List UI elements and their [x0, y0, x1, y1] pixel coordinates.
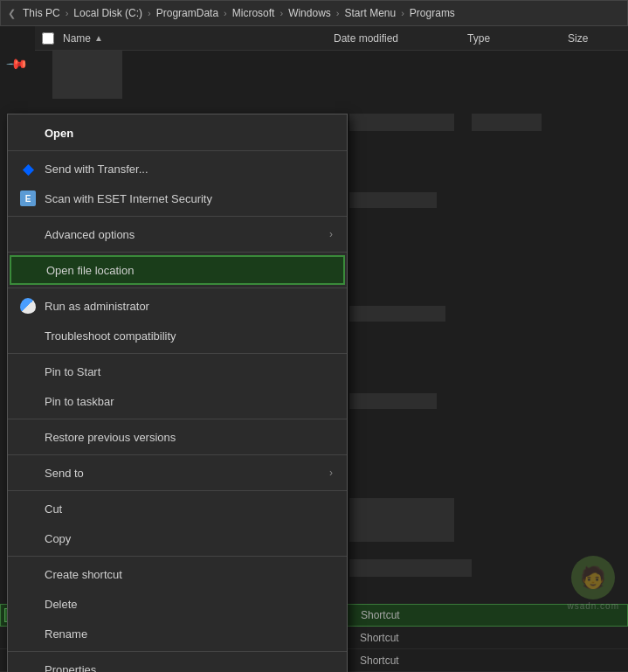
col-header-date[interactable]: Date modified: [327, 32, 460, 45]
breadcrumb-startmenu[interactable]: Start Menu: [344, 7, 396, 19]
menu-item-open-file-location[interactable]: Open file location: [10, 255, 345, 285]
menu-item-troubleshoot[interactable]: Troubleshoot compatibility: [8, 321, 347, 350]
menu-item-copy[interactable]: Copy: [8, 523, 347, 553]
menu-item-scan-eset[interactable]: E Scan with ESET Internet Security: [8, 184, 347, 213]
menu-item-delete[interactable]: Delete: [8, 589, 347, 619]
context-menu: Open ◆ Send with Transfer... E Scan with…: [7, 114, 348, 672]
menu-label-run-admin: Run as administrator: [45, 300, 333, 313]
send-to-arrow-icon: ›: [329, 467, 333, 479]
rename-icon: [18, 624, 38, 643]
pin-taskbar-icon: [18, 391, 38, 411]
send-to-icon: [18, 463, 38, 482]
menu-label-copy: Copy: [45, 532, 333, 545]
menu-label-open: Open: [45, 127, 333, 140]
divider-10: [8, 651, 347, 652]
divider-8: [8, 490, 347, 491]
menu-item-pin-taskbar[interactable]: Pin to taskbar: [8, 386, 347, 416]
eset-icon: E: [18, 189, 38, 208]
ppt-type: Shortcut: [360, 632, 447, 644]
watermark-figure: 🧑: [571, 556, 615, 599]
back-arrow: ❮: [8, 8, 16, 19]
bg-blur-4: [349, 306, 445, 322]
breadcrumb-microsoft[interactable]: Microsoft: [232, 7, 275, 19]
sort-arrow: ▲: [94, 33, 103, 43]
divider-4: [8, 288, 347, 288]
shortcut-icon: [18, 565, 38, 584]
bg-blur-7: [349, 559, 472, 577]
pin-icon[interactable]: 📌: [0, 51, 35, 77]
select-all-checkbox[interactable]: [42, 32, 54, 45]
divider-2: [8, 216, 347, 217]
menu-item-pin-start[interactable]: Pin to Start: [8, 357, 347, 386]
bg-blur-3: [349, 192, 437, 208]
folder-icon: [20, 260, 39, 280]
menu-label-send-transfer: Send with Transfer...: [45, 163, 333, 176]
breadcrumb-windows[interactable]: Windows: [288, 7, 331, 19]
breadcrumb-thispc[interactable]: This PC: [23, 7, 60, 19]
menu-item-open[interactable]: Open: [8, 118, 347, 148]
menu-label-scan-eset: Scan with ESET Internet Security: [45, 192, 333, 205]
menu-item-send-to[interactable]: Send to ›: [8, 458, 347, 488]
pin-start-icon: [18, 362, 38, 381]
menu-label-properties: Properties: [45, 663, 333, 673]
menu-item-create-shortcut[interactable]: Create shortcut: [8, 559, 347, 589]
col-header-type[interactable]: Type: [460, 32, 561, 45]
menu-item-cut[interactable]: Cut: [8, 494, 347, 523]
menu-item-advanced-options[interactable]: Advanced options ›: [8, 219, 347, 249]
divider-7: [8, 454, 347, 455]
menu-item-send-transfer[interactable]: ◆ Send with Transfer...: [8, 154, 347, 184]
bg-blur-6: [349, 498, 454, 542]
uac-icon: [18, 296, 38, 315]
outlook-type: Shortcut: [361, 609, 448, 621]
restore-icon: [18, 427, 38, 447]
menu-item-restore-versions[interactable]: Restore previous versions: [8, 422, 347, 452]
breadcrumb-localdisk[interactable]: Local Disk (C:): [73, 7, 142, 19]
menu-label-delete: Delete: [45, 598, 333, 611]
menu-label-troubleshoot: Troubleshoot compatibility: [45, 329, 333, 343]
delete-icon: [18, 594, 38, 613]
dropbox-icon: ◆: [18, 159, 38, 178]
cut-icon: [18, 499, 38, 518]
divider-1: [8, 150, 347, 151]
col-header-name[interactable]: Name ▲: [35, 32, 327, 45]
bg-blur-2: [472, 114, 542, 131]
open-icon: [18, 123, 38, 142]
copy-icon: [18, 529, 38, 548]
menu-label-pin-start: Pin to Start: [45, 365, 333, 378]
watermark-text: wsadn.com: [567, 601, 619, 611]
menu-item-properties[interactable]: Properties: [8, 655, 347, 672]
menu-label-open-file-location: Open file location: [46, 264, 331, 277]
divider-9: [8, 556, 347, 557]
menu-label-restore-versions: Restore previous versions: [45, 431, 333, 444]
breadcrumb-programdata[interactable]: ProgramData: [156, 7, 218, 19]
divider-5: [8, 353, 347, 354]
menu-label-advanced: Advanced options: [45, 228, 329, 241]
bg-blur-1: [349, 114, 454, 131]
advanced-icon: [18, 225, 38, 244]
address-bar[interactable]: ❮ This PC › Local Disk (C:) › ProgramDat…: [0, 0, 628, 26]
menu-label-rename: Rename: [45, 627, 333, 641]
menu-label-create-shortcut: Create shortcut: [45, 568, 333, 581]
menu-label-pin-taskbar: Pin to taskbar: [45, 395, 333, 408]
divider-3: [8, 252, 347, 253]
breadcrumb-programs[interactable]: Programs: [410, 7, 455, 19]
properties-icon: [18, 660, 38, 672]
menu-label-send-to: Send to: [45, 467, 329, 480]
pub-type: Shortcut: [360, 655, 447, 667]
col-header-size[interactable]: Size: [561, 32, 628, 45]
menu-item-rename[interactable]: Rename: [8, 619, 347, 648]
troubleshoot-icon: [18, 326, 38, 345]
menu-label-cut: Cut: [45, 502, 333, 516]
column-headers: Name ▲ Date modified Type Size: [35, 26, 628, 51]
bg-blur-5: [349, 393, 437, 409]
divider-6: [8, 419, 347, 419]
arrow-icon: ›: [329, 228, 333, 240]
watermark: 🧑 wsadn.com: [567, 556, 619, 611]
menu-item-run-admin[interactable]: Run as administrator: [8, 291, 347, 321]
file-thumbnail: [52, 51, 122, 99]
